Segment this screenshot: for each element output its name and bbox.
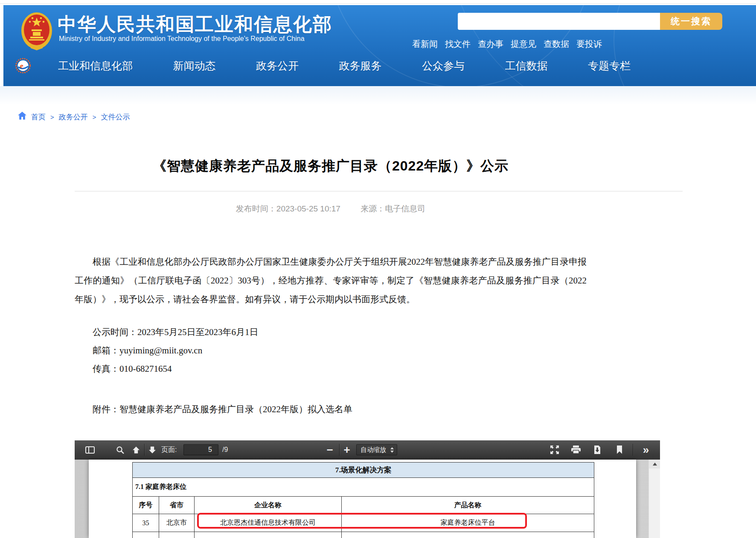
page-total: /9: [222, 440, 228, 459]
gov-website-e-logo-icon: e: [15, 58, 31, 75]
quick-link-complaints[interactable]: 要投诉: [576, 38, 602, 50]
breadcrumb-home[interactable]: 首页: [31, 112, 46, 122]
nav-item-news[interactable]: 新闻动态: [173, 59, 216, 73]
article-source: 来源：电子信息司: [361, 204, 425, 213]
title-divider: [75, 191, 683, 191]
download-button[interactable]: [590, 440, 605, 459]
header-fade-band: [0, 86, 756, 105]
pdf-toolbar: 页面: /9 − + 自动缩放: [75, 440, 660, 460]
main-nav: 工业和信息化部 新闻动态 政务公开 政务服务 公众参与 工信数据 专题专栏: [58, 59, 631, 73]
page-label: 页面:: [161, 440, 177, 459]
cell-no: 35: [133, 514, 159, 532]
nav-item-gov-affairs[interactable]: 政务公开: [256, 59, 299, 73]
table-section-row: 7.场景化解决方案: [133, 463, 594, 478]
zoom-mode-select[interactable]: 自动缩放: [356, 444, 397, 455]
publish-time: 发布时间：2023-05-25 10:17: [236, 204, 340, 213]
col-header-company: 企业名称: [195, 497, 342, 514]
site-subtitle: Ministry of Industry and Information Tec…: [59, 35, 305, 43]
article-body: 根据《工业和信息化部办公厅民政部办公厅国家卫生健康委办公厅关于组织开展2022年…: [75, 252, 587, 309]
bookmark-button[interactable]: [613, 440, 626, 459]
site-header: 中华人民共和国工业和信息化部 Ministry of Industry and …: [3, 5, 756, 86]
miit-portal-page: { "colors": { "header_blue": "#1f70c1", …: [0, 0, 756, 538]
quick-link-services[interactable]: 查办事: [478, 38, 503, 50]
contact-email: 邮箱：yuyiming@miit.gov.cn: [75, 341, 587, 360]
search-button[interactable]: 统一搜索: [660, 13, 722, 30]
next-page-button[interactable]: [145, 440, 159, 459]
breadcrumb-separator: >: [93, 113, 96, 121]
cell-province: 北京市: [159, 514, 195, 532]
find-in-document-button[interactable]: [113, 440, 127, 459]
quick-link-news[interactable]: 看新闻: [412, 38, 438, 50]
toolbar-separator: [144, 444, 145, 456]
attachment-link[interactable]: 附件：智慧健康养老产品及服务推广目录（2022年版）拟入选名单: [75, 403, 629, 415]
nav-item-home[interactable]: 工业和信息化部: [58, 59, 133, 73]
quick-link-suggestions[interactable]: 提意见: [511, 38, 536, 50]
nav-item-gov-services[interactable]: 政务服务: [339, 59, 382, 73]
zoom-mode-value: 自动缩放: [357, 446, 390, 454]
section-title-cell: 7.场景化解决方案: [133, 463, 594, 478]
presentation-mode-button[interactable]: [547, 440, 562, 459]
zoom-in-button[interactable]: +: [341, 440, 353, 459]
pdf-scrollbar[interactable]: [648, 460, 660, 538]
pdf-viewer: 页面: /9 − + 自动缩放: [75, 440, 660, 538]
scroll-up-button[interactable]: [649, 460, 660, 469]
sidebar-toggle-button[interactable]: [82, 440, 98, 459]
col-header-province: 省市: [159, 497, 195, 514]
red-highlight-box: [197, 513, 527, 529]
breadcrumb-separator: >: [50, 113, 54, 121]
quick-links: 看新闻 找文件 查办事 提意见 查数据 要投诉: [412, 38, 602, 50]
site-title: 中华人民共和国工业和信息化部: [58, 12, 332, 37]
nav-item-public-participation[interactable]: 公众参与: [422, 59, 465, 73]
more-tools-chevron[interactable]: »: [639, 440, 653, 459]
breadcrumb: 首页 > 政务公开 > 文件公示: [18, 112, 130, 122]
col-header-product: 产品名称: [342, 497, 594, 514]
breadcrumb-file-publicity[interactable]: 文件公示: [101, 112, 130, 122]
table-header-row: 序号 省市 企业名称 产品名称: [133, 497, 594, 514]
table-subsection-row: 7.1 家庭养老床位: [133, 478, 594, 497]
col-header-no: 序号: [133, 497, 159, 514]
national-emblem-icon: [20, 12, 53, 52]
triangle-up-icon: [653, 463, 657, 466]
unified-search: 统一搜索: [458, 13, 722, 30]
subsection-title-cell: 7.1 家庭养老床位: [133, 478, 594, 497]
article-title: 《智慧健康养老产品及服务推广目录（2022年版）》公示: [75, 157, 587, 176]
page-number-input[interactable]: [183, 444, 218, 455]
contact-fax: 传真：010-68271654: [75, 360, 587, 378]
article-meta: 发布时间：2023-05-25 10:17 来源：电子信息司: [75, 203, 587, 214]
pdf-page: 7.场景化解决方案 7.1 家庭养老床位 序号 省市 企业名称 产品名称 35 …: [89, 460, 636, 538]
zoom-out-button[interactable]: −: [324, 440, 336, 459]
nav-item-miit-data[interactable]: 工信数据: [505, 59, 548, 73]
table-row-partial: [133, 532, 594, 538]
page-top-divider: [0, 3, 756, 4]
nav-item-special-topics[interactable]: 专题专栏: [588, 59, 631, 73]
article-info-lines: 公示时间：2023年5月25日至2023年6月1日 邮箱：yuyiming@mi…: [75, 323, 587, 378]
breadcrumb-gov-affairs[interactable]: 政务公开: [59, 112, 88, 122]
select-updown-icon: [390, 447, 394, 453]
svg-text:e: e: [20, 62, 23, 70]
quick-link-data[interactable]: 查数据: [544, 38, 569, 50]
search-input[interactable]: [458, 13, 660, 30]
toolbar-separator: [633, 444, 633, 456]
toolbar-separator: [339, 444, 340, 456]
article-paragraph: 根据《工业和信息化部办公厅民政部办公厅国家卫生健康委办公厅关于组织开展2022年…: [75, 252, 587, 309]
pdf-content-area: 7.场景化解决方案 7.1 家庭养老床位 序号 省市 企业名称 产品名称 35 …: [75, 460, 660, 538]
print-button[interactable]: [569, 440, 583, 459]
public-period: 公示时间：2023年5月25日至2023年6月1日: [75, 323, 587, 341]
previous-page-button[interactable]: [129, 440, 143, 459]
quick-link-documents[interactable]: 找文件: [445, 38, 471, 50]
home-icon[interactable]: [18, 112, 26, 122]
